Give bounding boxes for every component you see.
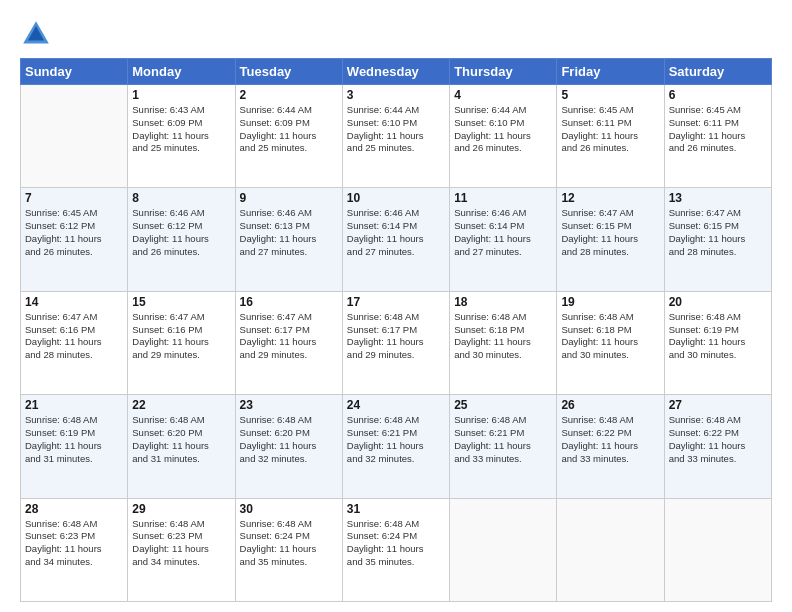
day-number: 11 bbox=[454, 191, 552, 205]
day-number: 29 bbox=[132, 502, 230, 516]
day-info: Sunrise: 6:48 AM Sunset: 6:24 PM Dayligh… bbox=[347, 518, 445, 569]
calendar-cell: 8Sunrise: 6:46 AM Sunset: 6:12 PM Daylig… bbox=[128, 188, 235, 291]
calendar-table: SundayMondayTuesdayWednesdayThursdayFrid… bbox=[20, 58, 772, 602]
calendar-cell: 15Sunrise: 6:47 AM Sunset: 6:16 PM Dayli… bbox=[128, 291, 235, 394]
day-number: 13 bbox=[669, 191, 767, 205]
day-number: 22 bbox=[132, 398, 230, 412]
day-info: Sunrise: 6:48 AM Sunset: 6:22 PM Dayligh… bbox=[669, 414, 767, 465]
day-number: 15 bbox=[132, 295, 230, 309]
day-info: Sunrise: 6:44 AM Sunset: 6:10 PM Dayligh… bbox=[347, 104, 445, 155]
day-number: 19 bbox=[561, 295, 659, 309]
weekday-header-saturday: Saturday bbox=[664, 59, 771, 85]
weekday-header-tuesday: Tuesday bbox=[235, 59, 342, 85]
calendar-cell: 19Sunrise: 6:48 AM Sunset: 6:18 PM Dayli… bbox=[557, 291, 664, 394]
day-info: Sunrise: 6:48 AM Sunset: 6:19 PM Dayligh… bbox=[25, 414, 123, 465]
day-number: 25 bbox=[454, 398, 552, 412]
day-number: 6 bbox=[669, 88, 767, 102]
calendar-cell: 29Sunrise: 6:48 AM Sunset: 6:23 PM Dayli… bbox=[128, 498, 235, 601]
day-number: 20 bbox=[669, 295, 767, 309]
calendar-cell: 18Sunrise: 6:48 AM Sunset: 6:18 PM Dayli… bbox=[450, 291, 557, 394]
day-number: 18 bbox=[454, 295, 552, 309]
day-info: Sunrise: 6:46 AM Sunset: 6:14 PM Dayligh… bbox=[454, 207, 552, 258]
day-number: 2 bbox=[240, 88, 338, 102]
calendar-cell: 24Sunrise: 6:48 AM Sunset: 6:21 PM Dayli… bbox=[342, 395, 449, 498]
day-info: Sunrise: 6:48 AM Sunset: 6:23 PM Dayligh… bbox=[25, 518, 123, 569]
weekday-header-monday: Monday bbox=[128, 59, 235, 85]
calendar-cell: 1Sunrise: 6:43 AM Sunset: 6:09 PM Daylig… bbox=[128, 85, 235, 188]
day-info: Sunrise: 6:44 AM Sunset: 6:10 PM Dayligh… bbox=[454, 104, 552, 155]
calendar-cell bbox=[664, 498, 771, 601]
day-number: 14 bbox=[25, 295, 123, 309]
calendar-cell bbox=[450, 498, 557, 601]
day-info: Sunrise: 6:48 AM Sunset: 6:18 PM Dayligh… bbox=[561, 311, 659, 362]
day-info: Sunrise: 6:48 AM Sunset: 6:21 PM Dayligh… bbox=[454, 414, 552, 465]
day-info: Sunrise: 6:44 AM Sunset: 6:09 PM Dayligh… bbox=[240, 104, 338, 155]
week-row-3: 14Sunrise: 6:47 AM Sunset: 6:16 PM Dayli… bbox=[21, 291, 772, 394]
day-info: Sunrise: 6:48 AM Sunset: 6:24 PM Dayligh… bbox=[240, 518, 338, 569]
day-number: 30 bbox=[240, 502, 338, 516]
calendar-cell: 27Sunrise: 6:48 AM Sunset: 6:22 PM Dayli… bbox=[664, 395, 771, 498]
day-info: Sunrise: 6:48 AM Sunset: 6:18 PM Dayligh… bbox=[454, 311, 552, 362]
calendar-cell: 23Sunrise: 6:48 AM Sunset: 6:20 PM Dayli… bbox=[235, 395, 342, 498]
day-info: Sunrise: 6:46 AM Sunset: 6:13 PM Dayligh… bbox=[240, 207, 338, 258]
weekday-header-sunday: Sunday bbox=[21, 59, 128, 85]
day-number: 9 bbox=[240, 191, 338, 205]
weekday-header-row: SundayMondayTuesdayWednesdayThursdayFrid… bbox=[21, 59, 772, 85]
calendar-cell: 4Sunrise: 6:44 AM Sunset: 6:10 PM Daylig… bbox=[450, 85, 557, 188]
calendar-cell: 2Sunrise: 6:44 AM Sunset: 6:09 PM Daylig… bbox=[235, 85, 342, 188]
calendar-cell: 13Sunrise: 6:47 AM Sunset: 6:15 PM Dayli… bbox=[664, 188, 771, 291]
day-info: Sunrise: 6:48 AM Sunset: 6:20 PM Dayligh… bbox=[132, 414, 230, 465]
week-row-5: 28Sunrise: 6:48 AM Sunset: 6:23 PM Dayli… bbox=[21, 498, 772, 601]
calendar-cell: 6Sunrise: 6:45 AM Sunset: 6:11 PM Daylig… bbox=[664, 85, 771, 188]
calendar-cell: 14Sunrise: 6:47 AM Sunset: 6:16 PM Dayli… bbox=[21, 291, 128, 394]
day-info: Sunrise: 6:45 AM Sunset: 6:12 PM Dayligh… bbox=[25, 207, 123, 258]
day-info: Sunrise: 6:48 AM Sunset: 6:21 PM Dayligh… bbox=[347, 414, 445, 465]
calendar-cell: 22Sunrise: 6:48 AM Sunset: 6:20 PM Dayli… bbox=[128, 395, 235, 498]
week-row-2: 7Sunrise: 6:45 AM Sunset: 6:12 PM Daylig… bbox=[21, 188, 772, 291]
week-row-1: 1Sunrise: 6:43 AM Sunset: 6:09 PM Daylig… bbox=[21, 85, 772, 188]
day-info: Sunrise: 6:47 AM Sunset: 6:16 PM Dayligh… bbox=[132, 311, 230, 362]
day-info: Sunrise: 6:47 AM Sunset: 6:15 PM Dayligh… bbox=[669, 207, 767, 258]
calendar-cell: 9Sunrise: 6:46 AM Sunset: 6:13 PM Daylig… bbox=[235, 188, 342, 291]
weekday-header-friday: Friday bbox=[557, 59, 664, 85]
calendar-cell: 16Sunrise: 6:47 AM Sunset: 6:17 PM Dayli… bbox=[235, 291, 342, 394]
day-number: 4 bbox=[454, 88, 552, 102]
calendar-cell: 25Sunrise: 6:48 AM Sunset: 6:21 PM Dayli… bbox=[450, 395, 557, 498]
day-info: Sunrise: 6:48 AM Sunset: 6:17 PM Dayligh… bbox=[347, 311, 445, 362]
day-number: 31 bbox=[347, 502, 445, 516]
day-number: 21 bbox=[25, 398, 123, 412]
day-info: Sunrise: 6:48 AM Sunset: 6:22 PM Dayligh… bbox=[561, 414, 659, 465]
logo-icon bbox=[20, 18, 52, 50]
header bbox=[20, 18, 772, 50]
calendar-cell: 12Sunrise: 6:47 AM Sunset: 6:15 PM Dayli… bbox=[557, 188, 664, 291]
week-row-4: 21Sunrise: 6:48 AM Sunset: 6:19 PM Dayli… bbox=[21, 395, 772, 498]
day-number: 10 bbox=[347, 191, 445, 205]
calendar-cell: 3Sunrise: 6:44 AM Sunset: 6:10 PM Daylig… bbox=[342, 85, 449, 188]
calendar-cell bbox=[557, 498, 664, 601]
day-number: 12 bbox=[561, 191, 659, 205]
calendar-cell: 31Sunrise: 6:48 AM Sunset: 6:24 PM Dayli… bbox=[342, 498, 449, 601]
calendar-cell: 26Sunrise: 6:48 AM Sunset: 6:22 PM Dayli… bbox=[557, 395, 664, 498]
day-info: Sunrise: 6:45 AM Sunset: 6:11 PM Dayligh… bbox=[669, 104, 767, 155]
day-number: 5 bbox=[561, 88, 659, 102]
page: SundayMondayTuesdayWednesdayThursdayFrid… bbox=[0, 0, 792, 612]
day-number: 7 bbox=[25, 191, 123, 205]
day-info: Sunrise: 6:45 AM Sunset: 6:11 PM Dayligh… bbox=[561, 104, 659, 155]
day-number: 1 bbox=[132, 88, 230, 102]
day-info: Sunrise: 6:48 AM Sunset: 6:19 PM Dayligh… bbox=[669, 311, 767, 362]
day-number: 3 bbox=[347, 88, 445, 102]
day-number: 23 bbox=[240, 398, 338, 412]
calendar-cell bbox=[21, 85, 128, 188]
day-info: Sunrise: 6:47 AM Sunset: 6:16 PM Dayligh… bbox=[25, 311, 123, 362]
logo bbox=[20, 18, 56, 50]
weekday-header-thursday: Thursday bbox=[450, 59, 557, 85]
weekday-header-wednesday: Wednesday bbox=[342, 59, 449, 85]
calendar-cell: 11Sunrise: 6:46 AM Sunset: 6:14 PM Dayli… bbox=[450, 188, 557, 291]
day-number: 17 bbox=[347, 295, 445, 309]
calendar-cell: 17Sunrise: 6:48 AM Sunset: 6:17 PM Dayli… bbox=[342, 291, 449, 394]
day-info: Sunrise: 6:46 AM Sunset: 6:14 PM Dayligh… bbox=[347, 207, 445, 258]
day-number: 26 bbox=[561, 398, 659, 412]
day-info: Sunrise: 6:48 AM Sunset: 6:23 PM Dayligh… bbox=[132, 518, 230, 569]
calendar-cell: 28Sunrise: 6:48 AM Sunset: 6:23 PM Dayli… bbox=[21, 498, 128, 601]
calendar-cell: 21Sunrise: 6:48 AM Sunset: 6:19 PM Dayli… bbox=[21, 395, 128, 498]
